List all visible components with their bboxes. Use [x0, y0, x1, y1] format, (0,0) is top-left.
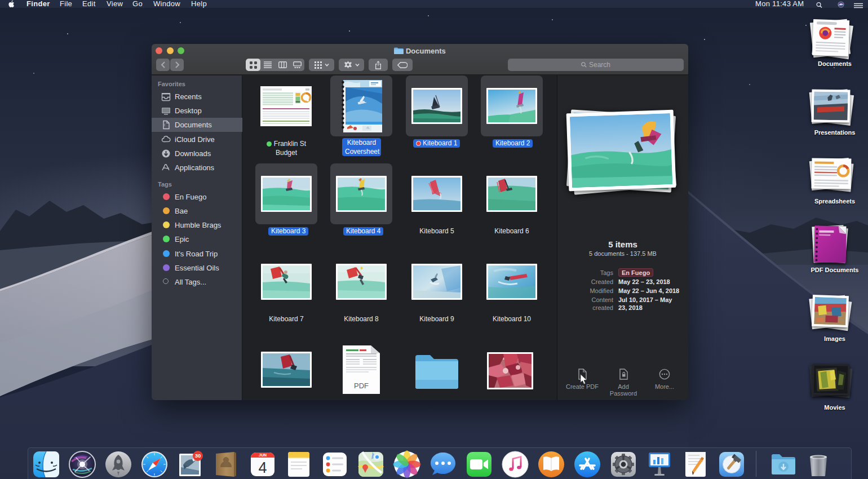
svg-text:JUN: JUN: [259, 453, 267, 457]
svg-text:4: 4: [258, 459, 267, 476]
svg-text:30: 30: [195, 453, 201, 459]
svg-text:PDF: PDF: [354, 382, 369, 390]
